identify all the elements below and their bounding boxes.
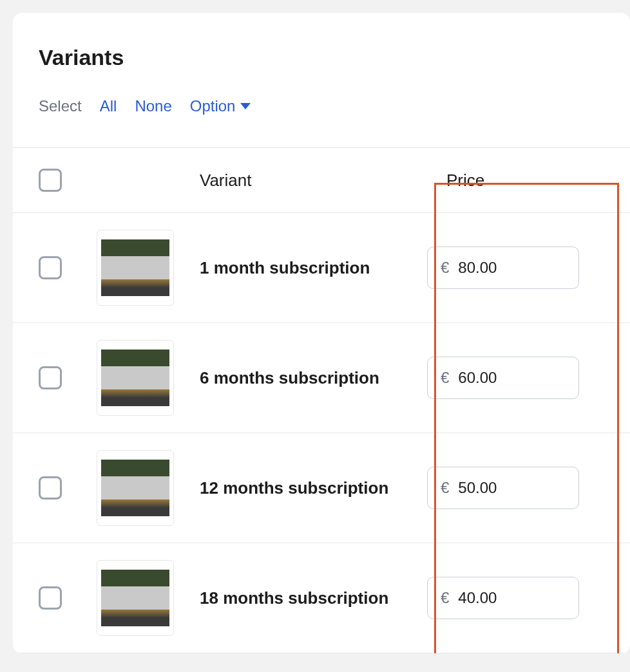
price-input[interactable]: € 40.00 [427, 577, 579, 619]
currency-symbol: € [441, 479, 449, 497]
variant-thumbnail[interactable] [97, 560, 174, 636]
variant-name: 18 months subscription [200, 586, 414, 611]
caret-down-icon [240, 103, 251, 109]
price-value: 50.00 [458, 479, 566, 497]
option-dropdown[interactable]: Option [190, 97, 251, 115]
select-label: Select [39, 97, 82, 115]
variant-thumbnail[interactable] [97, 340, 174, 416]
option-dropdown-label: Option [190, 97, 236, 115]
row-checkbox[interactable] [39, 476, 62, 499]
select-bar: Select All None Option [13, 89, 630, 147]
currency-symbol: € [441, 589, 449, 607]
table-header-checkbox-col [39, 169, 97, 192]
page-title: Variants [39, 45, 604, 70]
table-header-row: Variant Price [13, 147, 630, 213]
price-column-header: Price [427, 171, 604, 191]
select-none-button[interactable]: None [135, 97, 171, 115]
variants-card: Variants Select All None Option Variant … [13, 13, 630, 653]
table-row: 6 months subscription € 60.00 [13, 323, 630, 433]
price-input[interactable]: € 80.00 [427, 247, 579, 289]
variant-name: 12 months subscription [200, 476, 414, 501]
variant-thumbnail[interactable] [97, 230, 174, 306]
price-value: 80.00 [458, 259, 566, 277]
currency-symbol: € [441, 259, 449, 277]
variant-name: 6 months subscription [200, 366, 414, 391]
price-value: 60.00 [458, 369, 566, 387]
price-input[interactable]: € 60.00 [427, 357, 579, 399]
price-input[interactable]: € 50.00 [427, 467, 579, 509]
table-row: 12 months subscription € 50.00 [13, 433, 630, 543]
laptop-icon [101, 570, 169, 626]
laptop-icon [101, 350, 169, 406]
variant-thumbnail[interactable] [97, 450, 174, 526]
table-row: 18 months subscription € 40.00 [13, 543, 630, 653]
table-row: 1 month subscription € 80.00 [13, 213, 630, 323]
select-all-checkbox[interactable] [39, 169, 62, 192]
currency-symbol: € [441, 369, 449, 387]
select-all-button[interactable]: All [100, 97, 117, 115]
laptop-icon [101, 460, 169, 516]
card-header: Variants [13, 13, 630, 89]
variant-column-header: Variant [200, 171, 427, 191]
price-value: 40.00 [458, 589, 566, 607]
row-checkbox[interactable] [39, 586, 62, 610]
row-checkbox[interactable] [39, 256, 62, 279]
laptop-icon [101, 239, 169, 296]
variant-name: 1 month subscription [200, 256, 414, 281]
row-checkbox[interactable] [39, 366, 62, 389]
